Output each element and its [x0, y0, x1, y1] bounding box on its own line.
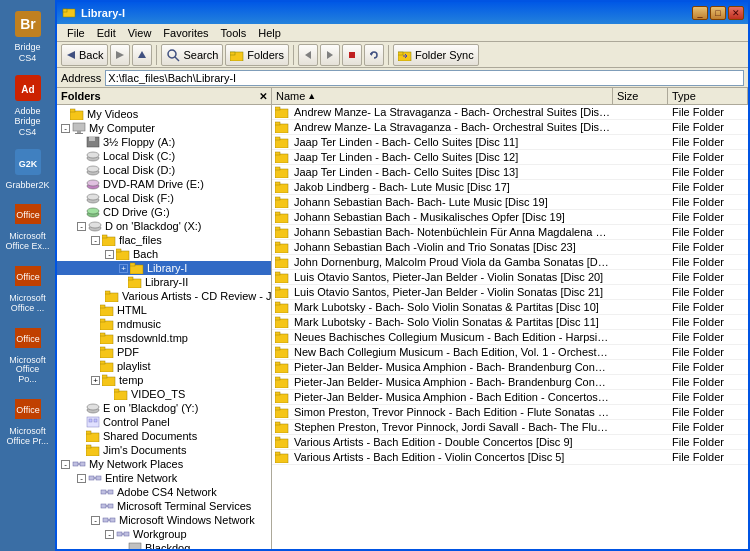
nav-right-button[interactable]	[320, 44, 340, 66]
table-row[interactable]: Jaap Ter Linden - Bach- Cello Suites [Di…	[272, 135, 748, 150]
minimize-button[interactable]: _	[692, 6, 708, 20]
tree-item-library-ii[interactable]: Library-II	[57, 275, 271, 289]
table-row[interactable]: Neues Bachisches Collegium Musicum - Bac…	[272, 330, 748, 345]
tree-item-workgroup[interactable]: - Workgroup	[57, 527, 271, 541]
close-button[interactable]: ✕	[728, 6, 744, 20]
table-row[interactable]: Andrew Manze- La Stravaganza - Bach- Orc…	[272, 105, 748, 120]
back-button[interactable]: Back	[61, 44, 108, 66]
table-row[interactable]: New Bach Collegium Musicum - Bach Editio…	[272, 345, 748, 360]
tree-item-ms-terminal[interactable]: Microsoft Terminal Services	[57, 499, 271, 513]
tree-item-cd-g[interactable]: CD Drive (G:)	[57, 205, 271, 219]
tree-item-entire-network[interactable]: - Entire Network	[57, 471, 271, 485]
tree-item-ms-windows[interactable]: - Microsoft Windows Network	[57, 513, 271, 527]
tree-item-html[interactable]: HTML	[57, 303, 271, 317]
expand-my-computer[interactable]: -	[61, 124, 70, 133]
expand-blackdog-d[interactable]: -	[77, 222, 86, 231]
folder-tree[interactable]: Folders ✕ My Videos - My Computer	[57, 88, 272, 549]
tree-item-control-panel[interactable]: Control Panel	[57, 415, 271, 429]
expand-bach[interactable]: -	[105, 250, 114, 259]
table-row[interactable]: Pieter-Jan Belder- Musica Amphion - Bach…	[272, 390, 748, 405]
search-button[interactable]: Search	[161, 44, 223, 66]
tree-item-blackdog-e[interactable]: E on 'Blackdog' (Y:)	[57, 401, 271, 415]
table-row[interactable]: John Dornenburg, Malcolm Proud Viola da …	[272, 255, 748, 270]
expand-ms-windows[interactable]: -	[91, 516, 100, 525]
tree-item-floppy[interactable]: 3½ Floppy (A:)	[57, 135, 271, 149]
tree-item-video-ts[interactable]: VIDEO_TS	[57, 387, 271, 401]
expand-my-network[interactable]: -	[61, 460, 70, 469]
desktop-icon-ms4[interactable]: Office MicrosoftOffice Pr...	[3, 390, 53, 450]
tree-item-my-network[interactable]: - My Network Places	[57, 457, 271, 471]
desktop-icon-bridge[interactable]: Br Bridge CS4	[3, 5, 53, 67]
table-row[interactable]: Luis Otavio Santos, Pieter-Jan Belder - …	[272, 285, 748, 300]
tree-item-my-videos[interactable]: My Videos	[57, 107, 271, 121]
col-header-type[interactable]: Type	[668, 88, 748, 104]
col-header-size[interactable]: Size	[613, 88, 668, 104]
stop-button[interactable]	[342, 44, 362, 66]
table-row[interactable]: Jakob Lindberg - Bach- Lute Music [Disc …	[272, 180, 748, 195]
menu-edit[interactable]: Edit	[91, 26, 122, 40]
expand-entire-network[interactable]: -	[77, 474, 86, 483]
menu-favorites[interactable]: Favorites	[157, 26, 214, 40]
tree-item-various-cd[interactable]: Various Artists - CD Review - June 1991	[57, 289, 271, 303]
desktop-icon-grabber[interactable]: G2K Grabber2K	[3, 143, 53, 193]
table-row[interactable]: Pieter-Jan Belder- Musica Amphion - Bach…	[272, 375, 748, 390]
nav-left-button[interactable]	[298, 44, 318, 66]
table-row[interactable]: Andrew Manze- La Stravaganza - Bach- Orc…	[272, 120, 748, 135]
menu-help[interactable]: Help	[252, 26, 287, 40]
refresh-button[interactable]	[364, 44, 384, 66]
table-row[interactable]: Various Artists - Bach Edition - Violin …	[272, 450, 748, 465]
file-list[interactable]: Name ▲ Size Type Andrew Manze- La Strava…	[272, 88, 748, 549]
tree-item-blackdog-d[interactable]: - D on 'Blackdog' (X:)	[57, 219, 271, 233]
table-row[interactable]: Various Artists - Bach Edition - Double …	[272, 435, 748, 450]
tree-item-playlist[interactable]: playlist	[57, 359, 271, 373]
tree-item-library-i[interactable]: + Library-I	[57, 261, 271, 275]
folders-button[interactable]: Folders	[225, 44, 289, 66]
expand-flac-files[interactable]: -	[91, 236, 100, 245]
tree-item-mdmusic[interactable]: mdmusic	[57, 317, 271, 331]
desktop-icon-ms3[interactable]: Office MicrosoftOffice Po...	[3, 319, 53, 389]
table-row[interactable]: Johann Sebastian Bach -Violin and Trio S…	[272, 240, 748, 255]
desktop-icon-adobe[interactable]: Ad AdobeBridge CS4	[3, 69, 53, 141]
tree-item-local-d[interactable]: Local Disk (D:)	[57, 163, 271, 177]
col-header-name[interactable]: Name ▲	[272, 88, 613, 104]
desktop-icon-ms1[interactable]: Office MicrosoftOffice Ex...	[3, 195, 53, 255]
folder-sync-button[interactable]: Folder Sync	[393, 44, 479, 66]
table-row[interactable]: Jaap Ter Linden - Bach- Cello Suites [Di…	[272, 150, 748, 165]
up-button[interactable]	[132, 44, 152, 66]
table-row[interactable]: Stephen Preston, Trevor Pinnock, Jordi S…	[272, 420, 748, 435]
tree-item-local-f[interactable]: Local Disk (F:)	[57, 191, 271, 205]
table-row[interactable]: Johann Sebastian Bach- Notenbüchlein Für…	[272, 225, 748, 240]
tree-item-adobe-cs4[interactable]: Adobe CS4 Network	[57, 485, 271, 499]
menu-tools[interactable]: Tools	[215, 26, 253, 40]
maximize-button[interactable]: □	[710, 6, 726, 20]
tree-item-temp[interactable]: + temp	[57, 373, 271, 387]
tree-item-jims-docs[interactable]: Jim's Documents	[57, 443, 271, 457]
address-input[interactable]	[105, 70, 744, 86]
expand-workgroup[interactable]: -	[105, 530, 114, 539]
tree-item-shared-docs[interactable]: Shared Documents	[57, 429, 271, 443]
expand-library-i[interactable]: +	[119, 264, 128, 273]
table-row[interactable]: Mark Lubotsky - Bach- Solo Violin Sonata…	[272, 300, 748, 315]
tree-item-bach[interactable]: - Bach	[57, 247, 271, 261]
tree-item-pdf[interactable]: PDF	[57, 345, 271, 359]
tree-item-local-c[interactable]: Local Disk (C:)	[57, 149, 271, 163]
expand-temp[interactable]: +	[91, 376, 100, 385]
tree-item-flac-files[interactable]: - flac_files	[57, 233, 271, 247]
tree-item-msdownld[interactable]: msdownld.tmp	[57, 331, 271, 345]
table-row[interactable]: Mark Lubotsky - Bach- Solo Violin Sonata…	[272, 315, 748, 330]
folders-close-button[interactable]: ✕	[259, 91, 267, 102]
tree-item-my-computer[interactable]: - My Computer	[57, 121, 271, 135]
table-row[interactable]: Johann Sebastian Bach- Bach- Lute Music …	[272, 195, 748, 210]
tree-item-blackdog-n[interactable]: Blackdog	[57, 541, 271, 549]
table-row[interactable]: Jaap Ter Linden - Bach- Cello Suites [Di…	[272, 165, 748, 180]
menu-file[interactable]: File	[61, 26, 91, 40]
table-row[interactable]: Johann Sebastian Bach - Musikalisches Op…	[272, 210, 748, 225]
flac-folder-icon	[102, 234, 116, 246]
menu-view[interactable]: View	[122, 26, 158, 40]
table-row[interactable]: Pieter-Jan Belder- Musica Amphion - Bach…	[272, 360, 748, 375]
desktop-icon-ms2[interactable]: Office MicrosoftOffice ...	[3, 257, 53, 317]
table-row[interactable]: Luis Otavio Santos, Pieter-Jan Belder - …	[272, 270, 748, 285]
forward-button[interactable]	[110, 44, 130, 66]
tree-item-dvdram[interactable]: DVD-RAM Drive (E:)	[57, 177, 271, 191]
table-row[interactable]: Simon Preston, Trevor Pinnock - Bach Edi…	[272, 405, 748, 420]
